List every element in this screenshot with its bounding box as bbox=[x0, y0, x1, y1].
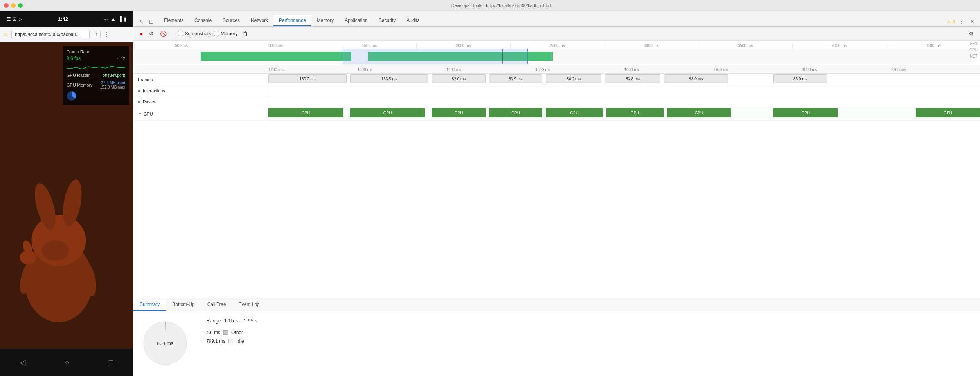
performance-settings-button[interactable]: ⚙ bbox=[967, 29, 975, 38]
clear-button[interactable]: 🚫 bbox=[158, 29, 168, 38]
gpu-collapse-icon[interactable]: ▼ bbox=[138, 112, 142, 116]
interactions-content bbox=[268, 85, 980, 96]
screenshots-checkbox[interactable] bbox=[178, 31, 183, 36]
close-button[interactable] bbox=[4, 3, 9, 8]
url-display[interactable]: https://localhost:5000/badblur... bbox=[11, 31, 90, 38]
time-1700: 1700 ms bbox=[713, 67, 728, 72]
gpu-raster-label: GPU Raster bbox=[67, 73, 90, 78]
tick-2500: 2500 ms bbox=[510, 43, 604, 49]
gpu-label[interactable]: ▼ GPU bbox=[133, 107, 268, 120]
tab-security[interactable]: Security bbox=[373, 15, 401, 26]
gpu-block-4[interactable]: GPU bbox=[546, 108, 603, 118]
tick-500: 500 ms bbox=[134, 43, 228, 49]
memory-checkbox-label[interactable]: Memory bbox=[214, 31, 237, 36]
frame-block-2[interactable]: 82.0 ms bbox=[432, 74, 485, 83]
frame-block-4[interactable]: 84.2 ms bbox=[546, 74, 601, 83]
frames-track: Frames 130.0 ms 133.5 ms 82.0 ms 83.9 ms… bbox=[133, 74, 980, 85]
gpu-block-0[interactable]: GPU bbox=[268, 108, 343, 118]
frame-block-3[interactable]: 83.9 ms bbox=[489, 74, 542, 83]
home-button[interactable]: ○ bbox=[65, 358, 69, 367]
gpu-block-1[interactable]: GPU bbox=[350, 108, 425, 118]
gpu-block-8[interactable]: GPU bbox=[916, 108, 980, 118]
cursor-icon[interactable]: ↖ bbox=[137, 17, 145, 26]
frame-block-1[interactable]: 133.5 ms bbox=[350, 74, 428, 83]
fps-graph bbox=[67, 63, 125, 70]
frame-block-0[interactable]: 130.0 ms bbox=[268, 74, 347, 83]
tab-count[interactable]: 1 bbox=[93, 31, 101, 38]
other-label: Other bbox=[231, 330, 243, 335]
tab-audits[interactable]: Audits bbox=[401, 15, 425, 26]
timeline-overview[interactable]: 500 ms 1000 ms 1500 ms 2000 ms 2500 ms 3… bbox=[133, 41, 980, 64]
bluetooth-icon: ⊹ bbox=[104, 16, 108, 22]
frame-rate-row: Frame Rate bbox=[67, 49, 125, 54]
tick-3000: 3000 ms bbox=[604, 43, 698, 49]
record-button[interactable]: ● bbox=[138, 29, 144, 38]
summary-tabs: Summary Bottom-Up Call Tree Event Log bbox=[133, 298, 980, 311]
cpu-axis-label: CPU bbox=[969, 48, 978, 52]
overview-fps-area bbox=[133, 49, 972, 64]
memory-max: 192.0 MB max bbox=[100, 85, 125, 89]
tab-application[interactable]: Application bbox=[339, 15, 373, 26]
reload-record-button[interactable]: ↺ bbox=[147, 29, 155, 38]
gpu-block-5[interactable]: GPU bbox=[606, 108, 664, 118]
menu-icon[interactable]: ⋮ bbox=[104, 31, 110, 38]
gpu-track: ▼ GPU GPU GPU GPU GPU GPU GPU GPU GPU GP… bbox=[133, 107, 980, 121]
summary-tab-bottom-up[interactable]: Bottom-Up bbox=[166, 298, 201, 311]
summary-tab-call-tree[interactable]: Call Tree bbox=[201, 298, 232, 311]
gpu-raster-value: off (viewport) bbox=[102, 73, 125, 78]
gpu-block-7[interactable]: GPU bbox=[773, 108, 838, 118]
selection-range bbox=[343, 49, 528, 64]
frame-block-5[interactable]: 83.8 ms bbox=[605, 74, 660, 83]
gpu-block-6[interactable]: GPU bbox=[667, 108, 731, 118]
back-button[interactable]: ◁ bbox=[20, 358, 25, 367]
security-warning-icon: ⚠ bbox=[4, 32, 8, 37]
devtools-tabs-bar: ↖ ⊡ Elements Console Sources Network Per… bbox=[133, 11, 980, 27]
gpu-block-3[interactable]: GPU bbox=[489, 108, 542, 118]
tab-elements[interactable]: Elements bbox=[158, 15, 189, 26]
recents-button[interactable]: □ bbox=[109, 358, 113, 367]
tab-performance[interactable]: Performance bbox=[273, 15, 311, 26]
phone-status-bar: ☰ ⊡ ▷ 1:42 ⊹ ▲ ▐ ▮ bbox=[0, 11, 133, 27]
phone-status-icons-right: ⊹ ▲ ▐ ▮ bbox=[104, 16, 127, 22]
frame-block-6[interactable]: 98.0 ms bbox=[664, 74, 728, 83]
frame-block-7[interactable]: 83.0 ms bbox=[773, 74, 827, 83]
screenshots-checkbox-label[interactable]: Screenshots bbox=[178, 31, 211, 36]
devtools-right-controls: ⚠ 4 ⋮ ✕ bbox=[947, 17, 976, 26]
interactions-label[interactable]: ▶ Interactions bbox=[133, 85, 268, 96]
interactions-expand-icon[interactable]: ▶ bbox=[138, 89, 141, 93]
gpu-block-2[interactable]: GPU bbox=[432, 108, 485, 118]
devtools-panel: ↖ ⊡ Elements Console Sources Network Per… bbox=[133, 11, 980, 376]
frames-label-text: Frames bbox=[138, 77, 153, 82]
window-title: Developer Tools - https://localhost:5000… bbox=[27, 3, 976, 8]
phone-panel: ☰ ⊡ ▷ 1:42 ⊹ ▲ ▐ ▮ ⚠ https://localhost:5… bbox=[0, 11, 133, 376]
minimize-button[interactable] bbox=[11, 3, 16, 8]
raster-expand-icon[interactable]: ▶ bbox=[138, 99, 141, 104]
gpu-raster-row: GPU Raster off (viewport) bbox=[67, 73, 125, 78]
tab-memory[interactable]: Memory bbox=[311, 15, 339, 26]
svg-point-7 bbox=[42, 240, 69, 261]
raster-label[interactable]: ▶ Raster bbox=[133, 96, 268, 107]
responsive-icon[interactable]: ⊡ bbox=[147, 17, 155, 26]
devtools-settings-icon[interactable]: ⋮ bbox=[957, 17, 966, 26]
summary-tab-event-log[interactable]: Event Log bbox=[232, 298, 266, 311]
tracks-container[interactable]: Frames 130.0 ms 133.5 ms 82.0 ms 83.9 ms… bbox=[133, 74, 980, 298]
tick-4500: 4500 ms bbox=[886, 43, 980, 49]
devtools-more-icon[interactable]: ✕ bbox=[968, 17, 976, 26]
other-ms: 4.9 ms bbox=[206, 330, 220, 335]
tick-3500: 3500 ms bbox=[698, 43, 792, 49]
summary-tab-summary[interactable]: Summary bbox=[133, 298, 166, 311]
fps-range: 6-12 bbox=[117, 56, 125, 61]
tab-network[interactable]: Network bbox=[245, 15, 273, 26]
time-1800: 1800 ms bbox=[802, 67, 817, 72]
memory-checkbox[interactable] bbox=[214, 31, 219, 36]
tick-1500: 1500 ms bbox=[322, 43, 416, 49]
time-1500: 1500 ms bbox=[535, 67, 550, 72]
tab-console[interactable]: Console bbox=[189, 15, 217, 26]
signal-icon: ▐ bbox=[118, 16, 122, 22]
time-1900: 1900 ms bbox=[891, 67, 906, 72]
tab-sources[interactable]: Sources bbox=[217, 15, 245, 26]
delete-recording-button[interactable]: 🗑 bbox=[241, 29, 250, 38]
raster-content bbox=[268, 96, 980, 107]
phone-content: Frame Rate 9.6 fps 6-12 GPU Raster off (… bbox=[0, 42, 133, 349]
maximize-button[interactable] bbox=[18, 3, 23, 8]
